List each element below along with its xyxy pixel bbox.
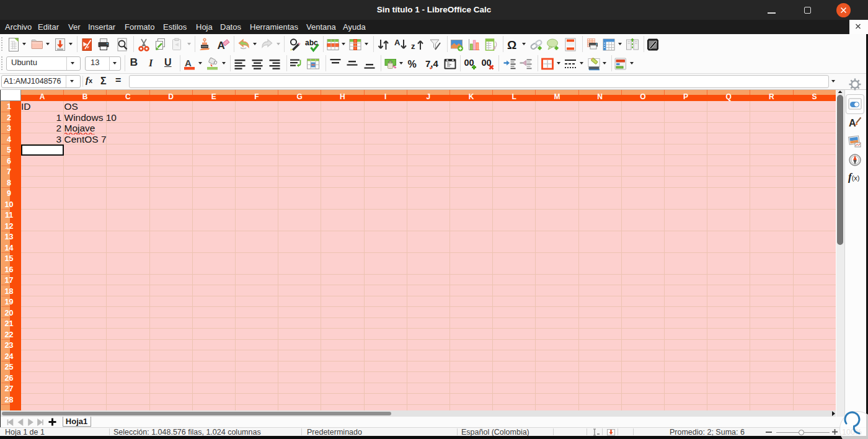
svg-text:A: A xyxy=(185,58,192,68)
svg-text:A: A xyxy=(218,40,225,51)
svg-text:abc: abc xyxy=(305,38,318,47)
svg-text:A: A xyxy=(849,118,856,128)
svg-text:00: 00 xyxy=(464,58,474,68)
svg-text:%: % xyxy=(408,58,417,69)
svg-text:7,4: 7,4 xyxy=(425,58,439,69)
svg-text:z: z xyxy=(411,42,415,51)
svg-text:Ω: Ω xyxy=(507,38,516,51)
svg-text:A: A xyxy=(394,38,401,47)
